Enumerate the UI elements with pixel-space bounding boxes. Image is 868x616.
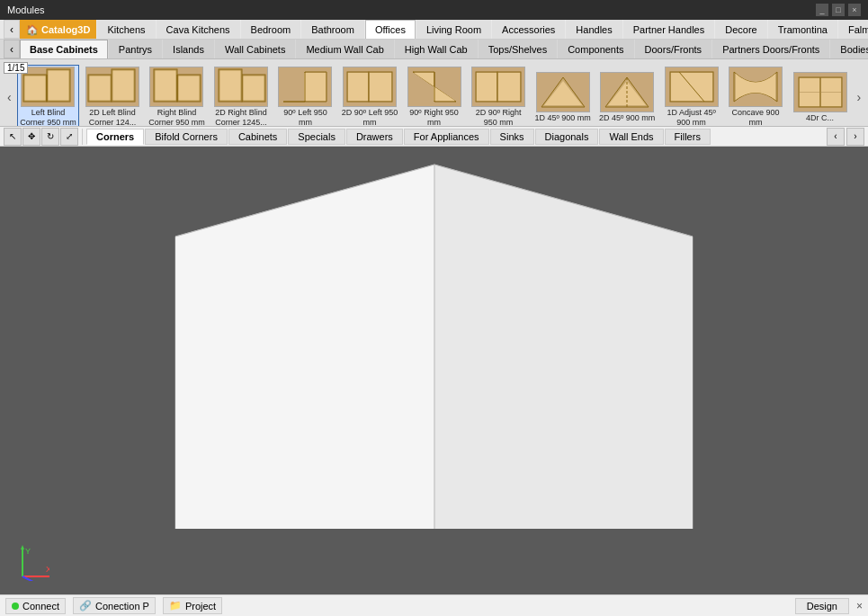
shelf-item-7[interactable]: 2D 90º Right 950 mm [467,65,530,127]
filter-tab-for-appliances[interactable]: For Appliances [404,129,489,145]
shelf-prev[interactable]: ‹ [4,90,15,104]
shelf-item-label-1: 2D Left Blind Corner 124... [83,108,142,127]
shelf-item-label-7: 2D 90º Right 950 mm [469,108,528,127]
cat-tab-living-room[interactable]: Living Room [416,20,491,39]
svg-rect-31 [498,73,520,101]
filter-tab-fillers[interactable]: Fillers [665,129,711,145]
shelf-item-5[interactable]: 2D 90º Left 950 mm [338,65,401,127]
viewport[interactable]: X Y Z [0,147,868,594]
filter-tab-sinks[interactable]: Sinks [490,129,534,145]
filter-tab-drawers[interactable]: Drawers [346,129,403,145]
subcat-tab-wall-cabinets[interactable]: Wall Cabinets [215,40,295,58]
title-bar: Modules _ □ × [0,0,868,20]
cat-tab-decore[interactable]: Decore [715,20,766,39]
cat-tab-offices[interactable]: Offices [365,20,416,39]
subcat-tab-tops-shelves[interactable]: Tops/Shelves [479,40,557,58]
filter-tab-corners[interactable]: Corners [86,129,144,145]
shelf-item-0[interactable]: Left Blind Corner 950 mm [17,65,80,127]
shelf-item-11[interactable]: Concave 900 mm [724,65,787,127]
filter-sep-1 [82,129,83,145]
svg-rect-23 [348,73,368,101]
filter-tab-wall-ends[interactable]: Wall Ends [599,129,663,145]
filter-tab-diagonals[interactable]: Diagonals [535,129,599,145]
maximize-button[interactable]: □ [832,4,845,16]
shelf-item-8[interactable]: 1D 45º 900 mm [532,70,595,125]
shelf-item-img-12 [793,72,847,112]
subcat-tab-components[interactable]: Components [558,40,633,58]
shelf-item-label-5: 2D 90º Left 950 mm [340,108,399,127]
shelf-item-label-12: 4Dr C... [806,113,834,123]
subcat-tab-medium-wall-cab[interactable]: Medium Wall Cab [296,40,393,58]
cat-tab-falmec[interactable]: Falmec [838,20,868,39]
cat-tab-handles[interactable]: Handles [566,20,622,39]
shelf-item-label-3: 2D Right Blind Corner 1245... [211,108,271,127]
shelf-item-10[interactable]: 1D Adjust 45º 900 mm [660,65,723,127]
shelf-item-6[interactable]: 90º Right 950 mm [403,65,466,127]
connection-p-button[interactable]: 🔗 Conection P [73,597,156,614]
shelf-item-4[interactable]: 90º Left 950 mm [274,65,337,127]
design-button[interactable]: Design [795,598,849,614]
shelf-item-img-4 [278,67,332,107]
svg-marker-33 [544,81,582,105]
status-close[interactable]: × [856,600,863,612]
svg-text:Y: Y [25,547,31,556]
subcat-tab-base-cabinets[interactable]: Base Cabinets [20,40,108,58]
subcat-tab-high-wall-cab[interactable]: High Wall Cab [395,40,478,58]
subcat-tab-bodies[interactable]: Bodies [830,40,868,58]
shelf-item-label-2: Right Blind Corner 950 mm [148,108,207,127]
tool-btn-3[interactable]: ↻ [41,128,59,146]
cat-tab-accessories[interactable]: Accessories [492,20,565,39]
shelf-item-img-6 [407,67,461,107]
shelf-item-img-3 [214,67,268,107]
catalog-logo-tab[interactable]: 🏠 Catalog3D [20,20,96,39]
project-button[interactable]: 📁 Project [163,597,222,614]
cat-tab-bathroom[interactable]: Bathroom [301,20,364,39]
filter-tabs: ↖ ✥ ↻ ⤢ Corners Bifold Corners Cabinets … [0,127,868,147]
category-tabs: ‹ 🏠 Catalog3D Kitchens Cava Kitchens Bed… [0,20,868,40]
close-button[interactable]: × [848,4,861,16]
cat-tab-partner-handles[interactable]: Partner Handles [623,20,715,39]
shelf-item-img-11 [729,67,783,107]
svg-text:X: X [46,565,49,574]
cat-tab-tramontina[interactable]: Tramontina [768,20,837,39]
svg-rect-24 [370,73,391,101]
tool-btn-1[interactable]: ↖ [4,128,22,146]
svg-marker-49 [434,165,693,529]
subcat-tab-partners-doors-fronts[interactable]: Partners Doors/Fronts [712,40,829,58]
filter-scroll-right[interactable]: › [846,128,864,146]
shelf-item-12[interactable]: 4Dr C... [789,70,852,125]
subcat-tab-doors-fronts[interactable]: Doors/Fronts [635,40,712,58]
room-scene [0,147,868,529]
filter-scroll-left[interactable]: ‹ [827,128,845,146]
filter-tab-cabinets[interactable]: Cabinets [228,129,287,145]
cat-tab-bedroom[interactable]: Bedroom [241,20,301,39]
shelf-item-9[interactable]: 2D 45º 900 mm [595,70,658,125]
design-label: Design [807,601,837,612]
shelf-item-3[interactable]: 2D Right Blind Corner 1245... [210,65,273,127]
filter-tab-specials[interactable]: Specials [288,129,345,145]
tool-btn-2[interactable]: ✥ [22,128,40,146]
shelf-item-label-4: 90º Left 950 mm [276,108,336,127]
subcat-tab-islands[interactable]: Islands [163,40,214,58]
shelf-item-2[interactable]: Right Blind Corner 950 mm [146,65,209,127]
shelf-item-1[interactable]: 2D Left Blind Corner 124... [81,65,144,127]
project-label: Project [185,601,216,612]
cat-tab-cava-kitchens[interactable]: Cava Kitchens [157,20,240,39]
filter-tab-bifold-corners[interactable]: Bifold Corners [145,129,228,145]
connect-button[interactable]: Connect [5,598,66,614]
minimize-button[interactable]: _ [816,4,828,16]
svg-rect-42 [800,78,819,92]
shelf-next[interactable]: › [853,90,864,104]
cat-tabs-prev[interactable]: ‹ [4,20,20,39]
tool-btn-4[interactable]: ⤢ [60,128,78,146]
cat-tab-kitchens[interactable]: Kitchens [97,20,155,39]
shelf-item-img-10 [665,67,719,107]
subcat-tabs-prev[interactable]: ‹ [4,40,20,58]
connect-label: Connect [22,601,59,612]
shelf-item-img-9 [600,72,654,112]
subcat-tab-pantrys[interactable]: Pantrys [109,40,162,58]
shelf-item-label-8: 1D 45º 900 mm [534,113,590,123]
status-bar: Connect 🔗 Conection P 📁 Project Design × [0,594,868,616]
shelf-counter: 1/15 [4,62,28,74]
connection-icon: 🔗 [79,600,92,612]
